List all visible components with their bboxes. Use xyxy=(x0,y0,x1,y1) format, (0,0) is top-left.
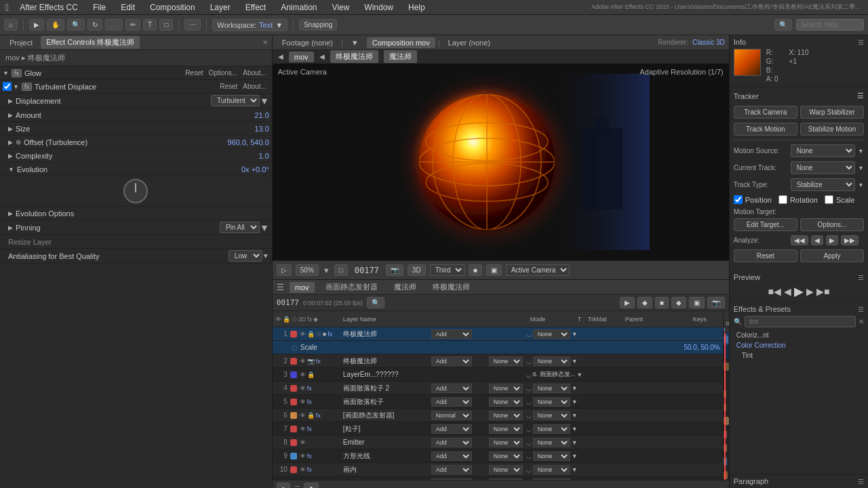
layer-row-8[interactable]: 8 👁 Emitter Add None ◡None▼ xyxy=(273,436,723,449)
preview-skip-end-btn[interactable]: ▶■ xyxy=(816,286,829,297)
timeline-tab-mov[interactable]: mov xyxy=(290,282,315,293)
toolbar-btn-rotate[interactable]: ↻ xyxy=(87,19,102,30)
tracker-options-btn[interactable]: Options... xyxy=(800,218,864,231)
menu-view[interactable]: View xyxy=(330,1,353,14)
edit-target-btn[interactable]: Edit Target... xyxy=(734,218,797,231)
timeline-tool3-btn[interactable]: ■ xyxy=(655,297,669,308)
viewer-camera-dropdown[interactable]: Active Camera xyxy=(506,264,570,276)
preview-play-btn[interactable]: ▶ xyxy=(794,284,804,299)
layer-10-fx[interactable]: fx xyxy=(307,466,312,473)
tracker-apply-btn[interactable]: Apply xyxy=(800,249,864,262)
layer-4-trkmat[interactable]: None xyxy=(489,384,523,393)
layer-2-vis-icon[interactable]: 👁 xyxy=(300,358,306,365)
layer-8-parent[interactable]: None xyxy=(533,438,570,447)
tab-project[interactable]: Project xyxy=(4,37,38,48)
preview-skip-start-btn[interactable]: ■◀ xyxy=(768,286,781,297)
layer-row-6[interactable]: 6 👁 🔒 fx [画面静态发射器] Normal None ◡None▼ xyxy=(273,409,723,422)
stabilize-motion-btn[interactable]: Stabilize Motion xyxy=(800,123,864,136)
layer-9-parent[interactable]: None xyxy=(533,451,570,461)
turbulent-reset-btn[interactable]: Reset xyxy=(217,83,240,90)
info-menu-icon[interactable]: ☰ xyxy=(858,39,864,46)
tracker-reset-btn[interactable]: Reset xyxy=(734,249,797,262)
timeline-menu-icon[interactable]: ☰ xyxy=(277,283,284,292)
menu-composition[interactable]: Composition xyxy=(147,1,198,14)
layer-5-arrow[interactable]: ▼ xyxy=(572,399,578,405)
viewer-grid-btn[interactable]: ■ xyxy=(469,264,482,276)
timeline-search-btn[interactable]: 🔍 xyxy=(367,297,384,308)
current-track-dropdown[interactable]: None xyxy=(791,161,855,174)
layer-10-trkmat[interactable]: None xyxy=(489,465,523,474)
layer-9-trkmat[interactable]: None xyxy=(489,451,523,461)
displacement-expand-icon[interactable]: ▶ xyxy=(8,98,13,104)
glow-options-btn[interactable]: Options... xyxy=(205,69,240,77)
current-track-arrow[interactable]: ▼ xyxy=(858,165,864,171)
layer-2-mode-dropdown[interactable]: Add xyxy=(431,357,472,366)
layer-9-vis[interactable]: 👁 xyxy=(300,453,306,460)
antialiasing-arrow-icon[interactable]: ▼ xyxy=(262,252,269,260)
toolbar-btn-select[interactable]: ▶ xyxy=(29,19,44,30)
menu-help[interactable]: Help xyxy=(406,1,428,14)
viewer-tab-layer[interactable]: Layer (none) xyxy=(443,37,496,48)
timeline-tab-mofa[interactable]: 魔法师 xyxy=(389,281,422,293)
ep-search-input[interactable] xyxy=(745,316,856,327)
layer-7-trkmat[interactable]: None xyxy=(489,424,523,434)
layer-7-arrow[interactable]: ▼ xyxy=(572,426,578,432)
timeline-tool6-btn[interactable]: 📷 xyxy=(707,297,725,308)
viewer-zoom-dropdown-icon[interactable]: ▼ xyxy=(323,266,330,274)
timeline-tab-static[interactable]: 画面静态发射器 xyxy=(320,281,383,293)
toolbar-btn-text[interactable]: T xyxy=(143,19,157,30)
amount-expand-icon[interactable]: ▶ xyxy=(8,112,13,119)
layer-6-trkmat[interactable]: None xyxy=(489,411,523,420)
analyze-step-back-btn[interactable]: ◀ xyxy=(811,235,823,245)
layer-4-vis[interactable]: 👁 xyxy=(300,385,306,392)
layer-10-vis[interactable]: 👁 xyxy=(300,466,306,473)
size-expand-icon[interactable]: ▶ xyxy=(8,125,13,132)
viewer-overlay-btn[interactable]: ▣ xyxy=(486,264,502,276)
track-type-dropdown[interactable]: Stabilize xyxy=(791,178,855,191)
timeline-tool4-btn[interactable]: ◆ xyxy=(671,297,686,308)
evolution-value[interactable]: 0x +0.0° xyxy=(241,165,269,174)
layer-6-parent[interactable]: None xyxy=(533,411,570,420)
antialiasing-dropdown[interactable]: Low xyxy=(229,250,262,262)
toolbar-btn-align[interactable]: ⋯ xyxy=(184,19,201,30)
layer-4-fx[interactable]: fx xyxy=(307,385,312,392)
layer-2-parent-dropdown[interactable]: None xyxy=(533,357,570,366)
layer-1-fx-icon[interactable]: fx xyxy=(328,331,332,338)
rotation-checkbox[interactable] xyxy=(778,195,787,204)
evo-options-expand-icon[interactable]: ▶ xyxy=(8,210,13,217)
warp-stabilizer-btn[interactable]: Warp Stabilizer xyxy=(800,106,864,119)
layer-5-mode[interactable]: Add xyxy=(431,397,472,407)
timeline-tool1-btn[interactable]: ▶ xyxy=(620,297,635,308)
work-area-bar[interactable] xyxy=(724,327,729,333)
track-area[interactable]: 00100 00200 00300 00400 00500 00600 0070… xyxy=(724,311,729,480)
pinning-arrow-icon[interactable]: ▼ xyxy=(260,222,269,233)
layer-3-vis-icon[interactable]: 👁 xyxy=(300,371,306,378)
layer-row-5[interactable]: 5 👁 fx 画面散落粒子 Add None ◡None▼ xyxy=(273,395,723,409)
offset-expand-icon[interactable]: ▶ xyxy=(8,139,13,146)
layer-5-vis[interactable]: 👁 xyxy=(300,399,306,405)
layer-2-trkmat-dropdown[interactable]: None xyxy=(489,357,523,366)
viewer-fit-btn[interactable]: □ xyxy=(334,264,348,276)
menu-file[interactable]: File xyxy=(90,1,108,14)
amount-value[interactable]: 21.0 xyxy=(254,111,269,119)
glow-about-btn[interactable]: About... xyxy=(240,69,269,77)
layer-6-vis[interactable]: 👁 xyxy=(300,412,306,419)
preview-prev-frame-btn[interactable]: ◀ xyxy=(784,286,791,297)
layer-1-parent-dropdown[interactable]: None xyxy=(533,329,570,339)
tab-effect-controls[interactable]: Effect Controls 终极魔法师 xyxy=(41,36,140,49)
layer-1-lock-icon[interactable]: 🔒 xyxy=(307,331,315,338)
layer-7-parent[interactable]: None xyxy=(533,424,570,434)
layer-10-parent[interactable]: None xyxy=(533,465,570,474)
glow-expand-icon[interactable]: ▼ xyxy=(3,70,9,77)
toolbar-btn-pen[interactable]: ✏ xyxy=(125,19,140,30)
menu-effect[interactable]: Effect xyxy=(243,1,269,14)
viewer-view-dropdown[interactable]: Third xyxy=(430,264,465,276)
layer-5-trkmat[interactable]: None xyxy=(489,397,523,407)
timeline-add-marker-btn[interactable]: ● xyxy=(277,483,290,488)
layer-8-trkmat[interactable]: None xyxy=(489,438,523,447)
timeline-tab-jinji[interactable]: 终极魔法师 xyxy=(427,281,475,293)
menu-animation[interactable]: Animation xyxy=(278,1,319,14)
viewer-zoom-btn[interactable]: 50% xyxy=(296,264,319,276)
timeline-bottom-btn1[interactable]: ◆ xyxy=(304,483,319,488)
panel-close-icon[interactable]: ✕ xyxy=(262,39,268,46)
